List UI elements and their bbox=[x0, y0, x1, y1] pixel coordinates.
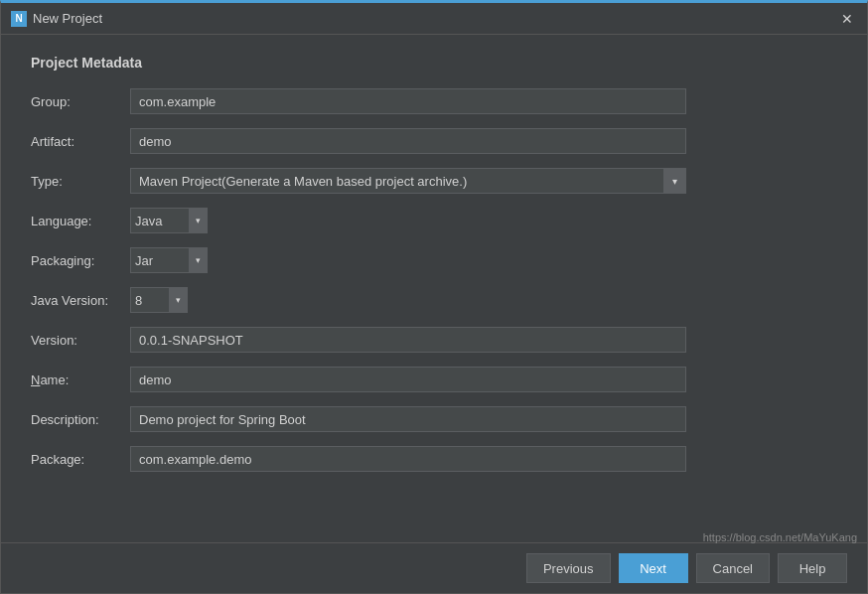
java-version-dropdown-button[interactable]: ▾ bbox=[170, 287, 188, 313]
description-label: Description: bbox=[31, 412, 130, 427]
watermark-text: https://blog.csdn.net/MaYuKang bbox=[703, 531, 857, 543]
previous-button[interactable]: Previous bbox=[526, 553, 611, 583]
package-row: Package: bbox=[31, 446, 837, 472]
type-row: Type: Maven Project (Generate a Maven ba… bbox=[31, 168, 837, 194]
description-input[interactable] bbox=[130, 406, 686, 432]
title-bar-left: N New Project bbox=[11, 11, 102, 27]
type-dropdown-button[interactable]: ▾ bbox=[664, 168, 686, 194]
language-row: Language: Java ▾ bbox=[31, 208, 837, 233]
java-version-select-container: 8 ▾ bbox=[130, 287, 188, 313]
packaging-row: Packaging: Jar ▾ bbox=[31, 247, 837, 273]
dialog-footer: Previous Next Cancel Help bbox=[1, 542, 867, 593]
language-select-value: Java bbox=[130, 208, 190, 233]
description-row: Description: bbox=[31, 406, 837, 432]
version-input[interactable] bbox=[130, 327, 686, 353]
name-label: Name: bbox=[31, 372, 130, 387]
title-bar: N New Project ✕ bbox=[1, 3, 867, 35]
packaging-select-value: Jar bbox=[130, 247, 190, 273]
language-label: Language: bbox=[31, 214, 130, 228]
group-label: Group: bbox=[31, 94, 130, 109]
close-button[interactable]: ✕ bbox=[837, 9, 857, 29]
artifact-input[interactable] bbox=[130, 128, 686, 154]
dialog-title: New Project bbox=[33, 11, 102, 26]
packaging-label: Packaging: bbox=[31, 253, 130, 268]
watermark: https://blog.csdn.net/MaYuKang bbox=[703, 531, 857, 543]
dialog-content: Project Metadata Group: Artifact: Type: … bbox=[1, 35, 867, 542]
group-input[interactable] bbox=[130, 88, 686, 114]
cancel-button[interactable]: Cancel bbox=[696, 553, 770, 583]
type-select-value: Maven Project (Generate a Maven based pr… bbox=[130, 168, 664, 194]
java-version-row: Java Version: 8 ▾ bbox=[31, 287, 837, 313]
packaging-select-container: Jar ▾ bbox=[130, 247, 208, 273]
type-desc-text: (Generate a Maven based project archive.… bbox=[221, 174, 467, 189]
artifact-row: Artifact: bbox=[31, 128, 837, 154]
artifact-label: Artifact: bbox=[31, 134, 130, 149]
new-project-dialog: N New Project ✕ Project Metadata Group: … bbox=[0, 0, 868, 594]
name-row: Name: bbox=[31, 367, 837, 392]
type-select-container: Maven Project (Generate a Maven based pr… bbox=[130, 168, 686, 194]
type-value-text: Maven Project bbox=[139, 174, 221, 189]
packaging-dropdown-button[interactable]: ▾ bbox=[190, 247, 208, 273]
help-button[interactable]: Help bbox=[778, 553, 847, 583]
version-label: Version: bbox=[31, 333, 130, 348]
next-button[interactable]: Next bbox=[619, 553, 688, 583]
section-title: Project Metadata bbox=[31, 55, 837, 71]
language-dropdown-button[interactable]: ▾ bbox=[190, 208, 208, 233]
package-input[interactable] bbox=[130, 446, 686, 472]
name-input[interactable] bbox=[130, 367, 686, 392]
app-icon: N bbox=[11, 11, 27, 27]
java-version-select-value: 8 bbox=[130, 287, 170, 313]
type-label: Type: bbox=[31, 174, 130, 189]
language-select-container: Java ▾ bbox=[130, 208, 208, 233]
group-row: Group: bbox=[31, 88, 837, 114]
java-version-label: Java Version: bbox=[31, 293, 130, 308]
package-label: Package: bbox=[31, 452, 130, 467]
version-row: Version: bbox=[31, 327, 837, 353]
